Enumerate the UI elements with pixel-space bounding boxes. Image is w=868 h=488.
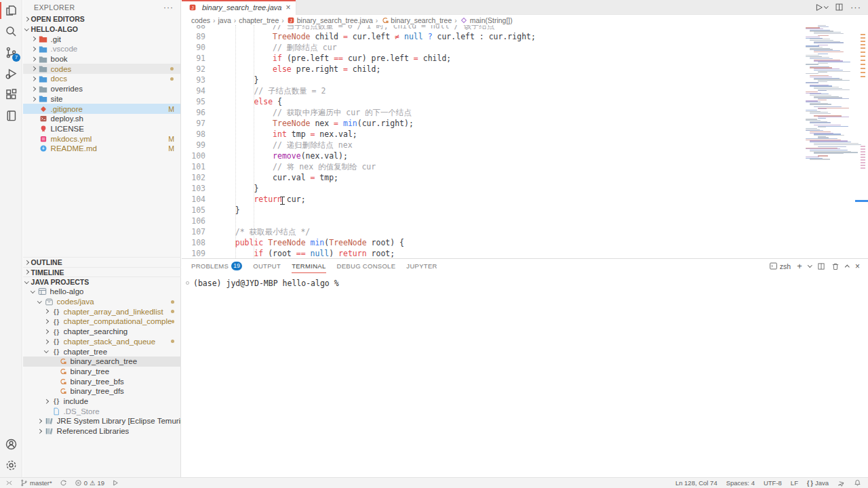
code-line[interactable]: 107 /* 获取最小结点 */	[182, 226, 868, 237]
tree-row[interactable]: { }chapter_computational_complexity	[23, 317, 181, 327]
split-editor-icon[interactable]	[835, 3, 844, 12]
tree-row[interactable]: hello-algo	[23, 287, 181, 297]
source-control-activity-button[interactable]: 7	[0, 42, 22, 63]
minimap[interactable]	[806, 25, 854, 160]
panel-tab-terminal[interactable]: TERMINAL	[292, 259, 326, 273]
code-line[interactable]: 106	[182, 216, 868, 226]
code-line[interactable]: 96 // 获取中序遍历中 cur 的下一个结点	[182, 107, 868, 118]
breadcrumb-item[interactable]: main(String[])	[460, 16, 513, 24]
tree-row[interactable]: { }chapter_searching	[23, 327, 181, 337]
breadcrumb-item[interactable]: java	[218, 16, 231, 24]
code-line[interactable]: 103 }	[182, 183, 868, 194]
file-row[interactable]: mkdocs.ymlM	[23, 134, 180, 144]
encoding-status[interactable]: UTF-8	[764, 479, 782, 487]
indentation-status[interactable]: Spaces: 4	[726, 479, 755, 487]
timeline-section[interactable]: TIMELINE	[23, 267, 181, 277]
file-row[interactable]: codes	[23, 64, 180, 74]
sync-status[interactable]	[60, 479, 67, 487]
trash-icon[interactable]	[831, 262, 840, 270]
code-editor[interactable]: 88 // 当子结点数量 = 0 / 1 时, child = null / 该…	[182, 25, 868, 258]
breadcrumb-item[interactable]: chapter_tree	[239, 16, 279, 24]
tree-row[interactable]: { }include	[23, 396, 181, 407]
code-line[interactable]: 94 // 子结点数量 = 2	[182, 85, 868, 96]
panel-tab-debug-console[interactable]: DEBUG CONSOLE	[337, 259, 396, 273]
notifications-status[interactable]	[854, 479, 861, 487]
file-row[interactable]: book	[23, 54, 180, 64]
overview-ruler[interactable]	[855, 25, 868, 258]
tree-row[interactable]: { }chapter_tree	[23, 346, 181, 357]
tree-row[interactable]: { }chapter_stack_and_queue	[23, 337, 181, 347]
file-row[interactable]: .gitignoreM	[23, 104, 180, 114]
split-terminal-icon[interactable]	[817, 262, 825, 270]
java-projects-section[interactable]: JAVA PROJECTS	[23, 277, 181, 287]
eol-status[interactable]: LF	[791, 479, 798, 487]
notebook-activity-button[interactable]	[0, 105, 22, 126]
code-line[interactable]: 101 // 将 nex 的值复制给 cur	[182, 161, 868, 172]
cursor-position[interactable]: Ln 128, Col 74	[675, 479, 717, 487]
code-line[interactable]: 99 // 递归删除结点 nex	[182, 140, 868, 150]
file-row[interactable]: .git	[23, 34, 180, 44]
tree-row[interactable]: Referenced Libraries	[23, 426, 181, 436]
new-terminal-icon[interactable]: +	[797, 261, 802, 271]
code-line[interactable]: 91 if (pre.left == cur) pre.left = child…	[182, 53, 868, 64]
editor-more-actions-icon[interactable]: ···	[850, 2, 861, 12]
account-button[interactable]	[0, 434, 22, 455]
shell-selector[interactable]: zsh	[769, 262, 791, 270]
search-activity-button[interactable]	[0, 21, 22, 42]
file-row[interactable]: .vscode	[23, 44, 180, 54]
code-line[interactable]: 95 else {	[182, 96, 868, 107]
code-line[interactable]: 102 cur.val = tmp;	[182, 172, 868, 183]
run-debug-activity-button[interactable]	[0, 63, 22, 84]
code-line[interactable]: 93 }	[182, 75, 868, 85]
explorer-activity-button[interactable]	[0, 0, 22, 21]
panel-tab-jupyter[interactable]: JUPYTER	[406, 259, 437, 273]
panel-tab-problems[interactable]: PROBLEMS19	[191, 259, 242, 273]
tab-binary-search-tree[interactable]: J binary_search_tree.java ×	[182, 0, 296, 15]
code-line[interactable]: 92 else pre.right = child;	[182, 64, 868, 75]
tree-row[interactable]: codes/java	[23, 297, 181, 307]
file-row[interactable]: README.mdM	[23, 144, 180, 154]
terminal-dropdown-icon[interactable]	[808, 263, 812, 267]
tree-row[interactable]: JRE System Library [Eclipse Temurin 17 […	[23, 416, 181, 426]
breadcrumb-item[interactable]: Jbinary_search_tree.java	[287, 16, 373, 24]
launch-status[interactable]	[112, 479, 119, 487]
java-lightweight-status[interactable]	[837, 479, 845, 487]
run-button[interactable]	[814, 3, 828, 12]
panel-tab-output[interactable]: OUTPUT	[253, 259, 281, 273]
tab-close-icon[interactable]: ×	[285, 3, 290, 12]
code-line[interactable]: 105 }	[182, 205, 868, 216]
run-dropdown-icon[interactable]	[824, 4, 828, 8]
code-line[interactable]: 98 int tmp = nex.val;	[182, 129, 868, 140]
file-row[interactable]: docs	[23, 74, 180, 84]
problems-status[interactable]: 0 ⚠ 19	[75, 479, 104, 487]
git-branch-status[interactable]: master*	[20, 479, 52, 487]
breadcrumb-item[interactable]: codes	[191, 16, 210, 24]
tree-row[interactable]: { }chapter_array_and_linkedlist	[23, 306, 181, 317]
remote-indicator[interactable]	[5, 479, 13, 487]
code-line[interactable]: 90 // 删除结点 cur	[182, 42, 868, 53]
file-row[interactable]: LICENSE	[23, 124, 180, 134]
file-row[interactable]: deploy.sh	[23, 114, 180, 124]
code-line[interactable]: 108 public TreeNode min(TreeNode root) {	[182, 237, 868, 248]
file-row[interactable]: overrides	[23, 84, 180, 94]
code-line[interactable]: 100 remove(nex.val);	[182, 150, 868, 161]
tree-row[interactable]: binary_tree_bfs	[23, 376, 181, 386]
tree-row[interactable]: binary_tree	[23, 367, 181, 377]
language-status[interactable]: { } Java	[807, 479, 829, 487]
tree-row[interactable]: .DS_Store	[23, 406, 181, 416]
code-line[interactable]: 88 // 当子结点数量 = 0 / 1 时, child = null / 该…	[182, 25, 868, 31]
breadcrumb-item[interactable]: binary_search_tree	[380, 16, 452, 24]
outline-section[interactable]: OUTLINE	[23, 257, 181, 267]
workspace-root-section[interactable]: HELLO-ALGO	[23, 24, 180, 35]
settings-button[interactable]	[0, 455, 22, 476]
tree-row[interactable]: binary_search_tree	[23, 357, 181, 367]
terminal-content[interactable]: (base) jyd@JYD-MBP hello-algo %	[182, 273, 868, 288]
code-line[interactable]: 89 TreeNode child = cur.left ≠ null ? cu…	[182, 31, 868, 42]
code-line[interactable]: 97 TreeNode nex = min(cur.right);	[182, 118, 868, 129]
open-editors-section[interactable]: OPEN EDITORS	[23, 14, 180, 24]
maximize-panel-icon[interactable]	[845, 265, 849, 269]
code-line[interactable]: 109 if (root == null) return root;	[182, 248, 868, 258]
close-panel-icon[interactable]: ×	[855, 262, 860, 271]
explorer-more-actions[interactable]: ···	[163, 3, 174, 12]
tree-row[interactable]: binary_tree_dfs	[23, 386, 181, 396]
